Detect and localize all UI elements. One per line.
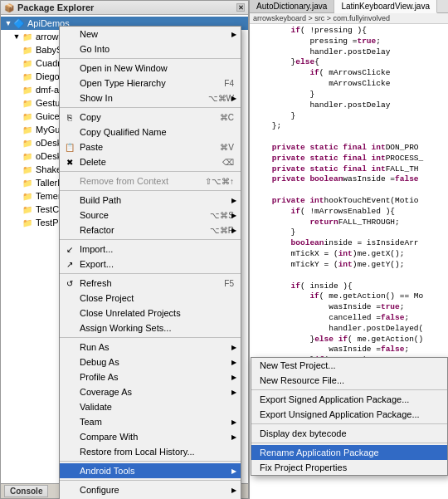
menu-item-new[interactable]: New bbox=[60, 27, 241, 42]
expand-arrow bbox=[12, 72, 21, 81]
submenu-item-export-unsigned[interactable]: Export Unsigned Application Package... bbox=[251, 407, 447, 422]
submenu-item-export-signed[interactable]: Export Signed Application Package... bbox=[251, 392, 447, 407]
menu-item-configure[interactable]: Configure bbox=[60, 482, 241, 497]
separator bbox=[60, 461, 241, 462]
folder-icon bbox=[22, 110, 33, 122]
shortcut-label: ⌫ bbox=[216, 158, 234, 167]
folder-icon bbox=[22, 57, 33, 69]
tab-latinkeyboard[interactable]: LatinKeyboardView.java bbox=[334, 0, 437, 13]
menu-item-show-in[interactable]: Show In ⌥⌘W bbox=[60, 91, 241, 105]
expand-arrow: ▼ bbox=[4, 19, 12, 27]
code-line: handler.postDelay bbox=[253, 47, 445, 58]
menu-item-validate[interactable]: Validate bbox=[60, 399, 241, 414]
menu-item-refactor[interactable]: Refactor ⌥⌘R bbox=[60, 223, 241, 237]
menu-item-label: Validate bbox=[80, 402, 112, 412]
menu-item-android-tools[interactable]: Android Tools bbox=[60, 463, 241, 478]
expand-arrow bbox=[12, 165, 21, 174]
code-line: cancelled = false; bbox=[253, 313, 445, 324]
package-icon: 📦 bbox=[4, 3, 14, 12]
menu-item-paste[interactable]: 📋 Paste ⌘V bbox=[60, 139, 241, 154]
code-line: handler.postDelay bbox=[253, 100, 445, 111]
menu-item-source[interactable]: Source ⌥⌘S bbox=[60, 208, 241, 223]
folder-icon bbox=[22, 177, 33, 188]
folder-icon bbox=[22, 84, 33, 95]
code-line: private static final int FALL_TH bbox=[253, 164, 445, 175]
menu-item-label: Open Type Hierarchy bbox=[80, 78, 166, 88]
shortcut-label: ⌥⌘R bbox=[203, 226, 234, 235]
code-line: private boolean wasInside = false bbox=[253, 174, 445, 185]
menu-item-import[interactable]: ↙ Import... bbox=[60, 242, 241, 257]
separator bbox=[60, 171, 241, 172]
tree-item-label: Diego bbox=[36, 71, 60, 81]
submenu-item-rename-package[interactable]: Rename Application Package bbox=[251, 445, 447, 460]
menu-item-coverage-as[interactable]: Coverage As bbox=[60, 384, 241, 399]
submenu-item-label: New Test Project... bbox=[260, 360, 336, 370]
menu-item-label: Refactor bbox=[80, 225, 114, 235]
menu-item-copy[interactable]: ⎘ Copy ⌘C bbox=[60, 110, 241, 125]
menu-item-profile-as[interactable]: Profile As bbox=[60, 369, 241, 384]
menu-item-label: Coverage As bbox=[80, 387, 132, 397]
submenu-item-new-test-project[interactable]: New Test Project... bbox=[251, 358, 447, 373]
shortcut-label: F5 bbox=[217, 279, 234, 288]
code-line: private static final int DON_PRO bbox=[253, 143, 445, 154]
menu-item-team[interactable]: Team bbox=[60, 414, 241, 429]
code-line: pressing = true; bbox=[253, 37, 445, 47]
expand-arrow bbox=[12, 179, 21, 187]
menu-item-compare-with[interactable]: Compare With bbox=[60, 429, 241, 444]
expand-arrow bbox=[12, 192, 21, 200]
menu-item-copy-qualified[interactable]: Copy Qualified Name bbox=[60, 125, 241, 139]
separator bbox=[60, 273, 241, 274]
menu-item-goto[interactable]: Go Into bbox=[60, 42, 241, 56]
code-line: wasInside = true; bbox=[253, 302, 445, 313]
close-panel-button[interactable]: ✕ bbox=[236, 3, 245, 12]
console-label: Console bbox=[10, 487, 42, 496]
menu-item-build-path[interactable]: Build Path bbox=[60, 193, 241, 208]
shortcut-label: ⌥⌘W bbox=[202, 94, 234, 103]
code-line: boolean inside = isInsideArr bbox=[253, 238, 445, 249]
menu-item-refresh[interactable]: ↺ Refresh F5 bbox=[60, 276, 241, 291]
submenu-item-label: Export Signed Application Package... bbox=[260, 394, 409, 404]
folder-icon bbox=[22, 137, 33, 149]
menu-item-run-as[interactable]: Run As bbox=[60, 340, 241, 355]
expand-arrow bbox=[12, 125, 21, 134]
submenu-item-label: Display dex bytecode bbox=[260, 428, 347, 438]
menu-item-restore-local[interactable]: Restore from Local History... bbox=[60, 444, 241, 459]
separator bbox=[60, 239, 241, 240]
expand-arrow bbox=[12, 139, 21, 147]
tab-label: AutoDictionary.java bbox=[256, 2, 327, 11]
code-line: }; bbox=[253, 121, 445, 132]
menu-item-remove-context: Remove from Context ⇧⌥⌘↑ bbox=[60, 174, 241, 188]
code-line: } bbox=[253, 111, 445, 122]
tab-autodictionary[interactable]: AutoDictionary.java bbox=[250, 0, 334, 12]
submenu-item-fix-project[interactable]: Fix Project Properties bbox=[251, 460, 447, 475]
menu-item-close-unrelated[interactable]: Close Unrelated Projects bbox=[60, 306, 241, 320]
menu-item-debug-as[interactable]: Debug As bbox=[60, 355, 241, 369]
separator bbox=[251, 423, 447, 424]
separator bbox=[251, 443, 447, 443]
submenu-item-new-resource-file[interactable]: New Resource File... bbox=[251, 373, 447, 388]
folder-icon bbox=[22, 124, 33, 135]
menu-item-close-project[interactable]: Close Project bbox=[60, 291, 241, 306]
menu-item-label: Assign Working Sets... bbox=[80, 323, 171, 333]
menu-item-delete[interactable]: ✖ Delete ⌫ bbox=[60, 154, 241, 169]
separator bbox=[60, 107, 241, 108]
tab-label: LatinKeyboardView.java bbox=[341, 2, 430, 11]
menu-item-assign-working[interactable]: Assign Working Sets... bbox=[60, 320, 241, 335]
breadcrumb: arrowskeyboard > src > com.fullyinvolved bbox=[250, 13, 448, 24]
console-tab[interactable]: Console bbox=[4, 485, 48, 497]
menu-item-export[interactable]: ↗ Export... bbox=[60, 257, 241, 272]
menu-item-open-type-hierarchy[interactable]: Open Type Hierarchy F4 bbox=[60, 76, 241, 91]
code-line: if( !mArrowsEnabled ){ bbox=[253, 207, 445, 218]
editor-tab-bar: AutoDictionary.java LatinKeyboardView.ja… bbox=[250, 0, 448, 13]
menu-item-label: Source bbox=[80, 210, 109, 220]
code-line: if( me.getAction() == Mo bbox=[253, 291, 445, 302]
menu-item-label: Show In bbox=[80, 93, 113, 103]
submenu-item-display-dex[interactable]: Display dex bytecode bbox=[251, 426, 447, 441]
shortcut-label: ⇧⌥⌘↑ bbox=[198, 177, 234, 186]
folder-icon bbox=[22, 97, 33, 109]
panel-title-bar: 📦 Package Explorer ✕ bbox=[1, 1, 248, 15]
import-icon: ↙ bbox=[64, 243, 75, 255]
expand-arrow: ▼ bbox=[12, 32, 21, 41]
breadcrumb-text: arrowskeyboard > src > com.fullyinvolved bbox=[253, 14, 390, 22]
menu-item-open-new-window[interactable]: Open in New Window bbox=[60, 61, 241, 76]
